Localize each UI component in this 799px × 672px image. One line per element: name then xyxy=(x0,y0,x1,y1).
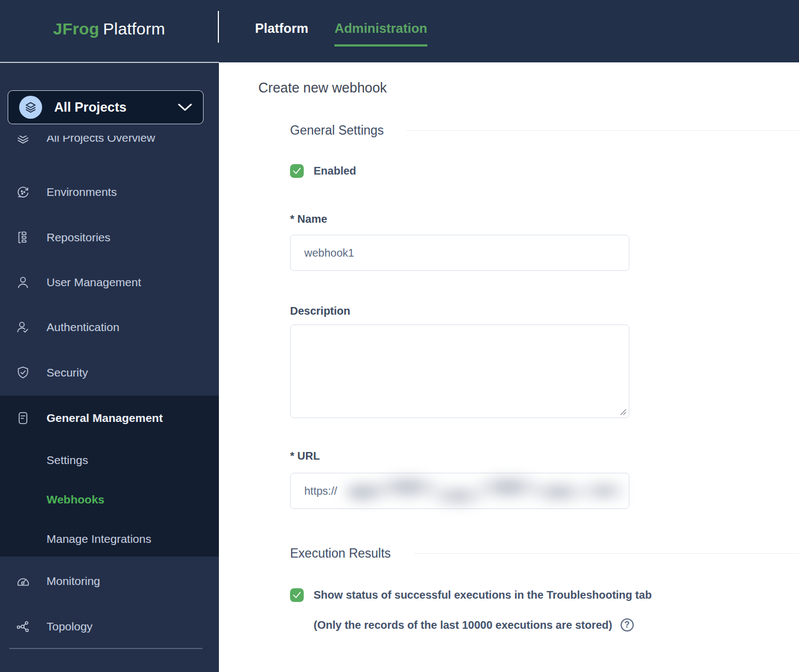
project-selector-label: All Projects xyxy=(54,100,178,115)
sidebar-item-repositories[interactable]: Repositories xyxy=(0,224,219,251)
general-management-section: General Management Settings Webhooks Man… xyxy=(0,396,219,557)
sidebar-item-label: Authentication xyxy=(47,321,119,334)
sidebar-item-security[interactable]: Security xyxy=(0,360,219,386)
tab-administration[interactable]: Administration xyxy=(334,21,427,47)
shield-check-icon xyxy=(16,366,30,380)
enabled-checkbox[interactable] xyxy=(290,164,304,178)
logo-brand-text: JFrog xyxy=(53,20,99,38)
section-title: Execution Results xyxy=(290,546,391,561)
page-title: Create new webhook xyxy=(258,80,799,96)
section-divider xyxy=(414,553,799,554)
user-icon xyxy=(16,275,30,289)
header-divider xyxy=(218,11,219,43)
logo-product-text: Platform xyxy=(103,20,165,38)
sidebar-item-label: Environments xyxy=(47,186,117,199)
environments-icon xyxy=(16,185,30,199)
sidebar-subitem-manage-integrations[interactable]: Manage Integrations xyxy=(0,526,219,552)
name-label: * Name xyxy=(290,213,799,225)
tab-platform[interactable]: Platform xyxy=(255,21,308,47)
webhook-form: General Settings Enabled * Name Descript… xyxy=(290,123,799,632)
header-tabs: Platform Administration xyxy=(255,21,427,47)
admin-sidebar: All Projects All Projects Overview xyxy=(0,62,219,672)
check-icon xyxy=(292,167,302,175)
url-label: * URL xyxy=(290,450,799,462)
show-status-label: Show status of successful executions in … xyxy=(314,589,652,601)
url-input[interactable] xyxy=(290,473,629,509)
enabled-checkbox-row: Enabled xyxy=(290,164,799,178)
user-check-icon xyxy=(16,320,30,334)
execution-results-heading: Execution Results xyxy=(290,546,799,561)
sidebar-top-divider xyxy=(0,62,219,63)
sidebar-subitem-label: Settings xyxy=(47,454,88,467)
general-settings-heading: General Settings xyxy=(290,123,799,138)
sidebar-item-monitoring[interactable]: Monitoring xyxy=(0,568,219,594)
sidebar-subitem-label: Webhooks xyxy=(47,493,105,506)
layers-icon xyxy=(16,136,30,145)
execution-note: (Only the records of the last 10000 exec… xyxy=(314,619,612,632)
gauge-icon xyxy=(16,574,30,588)
sidebar-item-topology[interactable]: Topology xyxy=(0,613,219,640)
project-selector[interactable]: All Projects xyxy=(8,90,204,124)
jfrog-platform-logo[interactable]: JFrogPlatform xyxy=(53,20,165,38)
sidebar-bottom-divider xyxy=(9,648,202,649)
sidebar-menu: All Projects Overview Environments xyxy=(0,136,219,672)
check-icon xyxy=(292,591,302,599)
top-header: JFrogPlatform Platform Administration xyxy=(0,0,799,62)
sidebar-item-user-management[interactable]: User Management xyxy=(0,269,219,296)
description-textarea[interactable] xyxy=(290,325,629,418)
sidebar-item-label: Repositories xyxy=(47,231,111,244)
sidebar-subitem-webhooks[interactable]: Webhooks xyxy=(0,486,219,513)
show-status-checkbox-row: Show status of successful executions in … xyxy=(290,588,799,602)
section-title: General Settings xyxy=(290,123,384,138)
sidebar-item-label: All Projects Overview xyxy=(47,136,155,144)
enabled-label: Enabled xyxy=(314,165,356,177)
sidebar-subitem-settings[interactable]: Settings xyxy=(0,447,219,473)
all-projects-icon xyxy=(19,96,42,119)
sidebar-item-label: General Management xyxy=(47,412,163,425)
sidebar-item-label: Monitoring xyxy=(47,575,100,588)
sidebar-item-authentication[interactable]: Authentication xyxy=(0,314,219,340)
sidebar-item-all-projects-overview[interactable]: All Projects Overview xyxy=(0,136,219,151)
sidebar-subitem-label: Manage Integrations xyxy=(47,532,151,546)
help-icon[interactable]: ? xyxy=(621,618,634,632)
main-content: Create new webhook General Settings Enab… xyxy=(219,62,799,672)
topology-icon xyxy=(16,619,30,634)
sidebar-item-label: User Management xyxy=(47,276,141,289)
url-field-wrap xyxy=(290,473,629,509)
chevron-down-icon xyxy=(178,103,192,112)
show-status-checkbox[interactable] xyxy=(290,588,304,602)
resize-handle-icon[interactable] xyxy=(619,408,627,415)
execution-note-row: (Only the records of the last 10000 exec… xyxy=(314,618,799,632)
sidebar-item-general-management[interactable]: General Management xyxy=(0,405,219,431)
document-icon xyxy=(16,411,30,425)
sidebar-item-label: Security xyxy=(47,366,88,379)
sidebar-item-environments[interactable]: Environments xyxy=(0,179,219,205)
name-input[interactable] xyxy=(290,235,629,271)
description-field-wrap xyxy=(290,325,629,418)
section-divider xyxy=(407,130,799,131)
sidebar-item-label: Topology xyxy=(47,620,92,633)
description-label: Description xyxy=(290,305,799,317)
repositories-icon xyxy=(16,230,30,245)
